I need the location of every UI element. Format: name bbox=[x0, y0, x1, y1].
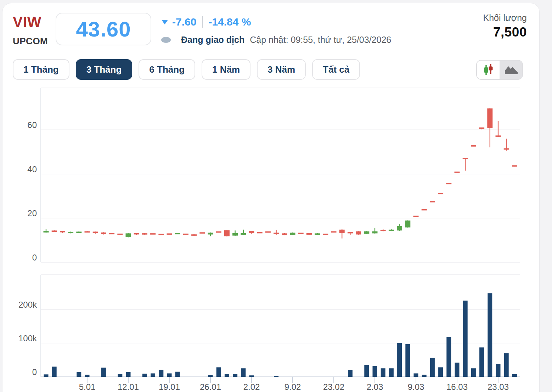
candle bbox=[208, 233, 213, 236]
volume-bar bbox=[225, 374, 229, 377]
volume-bar bbox=[274, 376, 278, 377]
candle bbox=[241, 230, 246, 235]
volume-bar bbox=[348, 370, 353, 377]
candle bbox=[117, 234, 123, 235]
axis-label: 23.03 bbox=[488, 382, 509, 392]
volume-bar bbox=[455, 363, 460, 377]
candle bbox=[60, 231, 65, 233]
axis-label: 16.03 bbox=[446, 382, 468, 392]
candle bbox=[430, 201, 435, 203]
volume-bar bbox=[216, 367, 221, 377]
candle bbox=[175, 233, 180, 235]
volume-bar bbox=[77, 372, 81, 377]
candle bbox=[446, 183, 451, 184]
volume-bar bbox=[479, 347, 484, 377]
axis-label: 5.01 bbox=[79, 382, 96, 392]
candle bbox=[315, 233, 320, 235]
candle bbox=[348, 232, 353, 235]
candle bbox=[298, 233, 304, 234]
volume-bar bbox=[101, 368, 106, 377]
candle bbox=[199, 232, 205, 234]
volume-bar bbox=[142, 374, 147, 377]
axis-label: 9.02 bbox=[285, 382, 301, 392]
candle bbox=[44, 229, 49, 233]
candle bbox=[455, 172, 460, 173]
volume-bar bbox=[364, 365, 369, 377]
volume-bar bbox=[504, 353, 509, 377]
candle bbox=[504, 139, 509, 151]
volume-bar bbox=[405, 344, 410, 377]
volume-bar bbox=[118, 374, 122, 377]
volume-bar bbox=[44, 374, 49, 377]
volume-bar bbox=[151, 373, 155, 377]
axis-label: 2.02 bbox=[243, 382, 260, 392]
axis-label: 23.02 bbox=[323, 382, 344, 392]
candle bbox=[274, 230, 279, 235]
candle bbox=[109, 233, 114, 235]
candle bbox=[356, 231, 361, 235]
axis-label: 100k bbox=[18, 334, 37, 343]
candle bbox=[323, 234, 328, 235]
axis-label: 19.01 bbox=[159, 382, 180, 392]
candle bbox=[93, 231, 98, 234]
candle bbox=[232, 230, 238, 236]
candle bbox=[487, 108, 492, 147]
axis-label: 200k bbox=[18, 300, 37, 309]
volume-bar bbox=[159, 370, 163, 377]
candle bbox=[381, 229, 386, 231]
volume-bar bbox=[208, 375, 213, 377]
candle bbox=[126, 233, 131, 237]
volume-bar bbox=[249, 375, 254, 377]
candle bbox=[339, 229, 345, 239]
candle bbox=[101, 232, 106, 234]
candle bbox=[512, 165, 517, 167]
candle bbox=[134, 233, 139, 235]
candle bbox=[422, 209, 427, 211]
volume-bar bbox=[233, 374, 237, 377]
volume-bar bbox=[167, 373, 172, 377]
volume-bar bbox=[438, 367, 443, 377]
candle bbox=[282, 233, 287, 235]
price-volume-chart[interactable]: 02040600100k200k5.0112.0119.0126.012.029… bbox=[0, 0, 552, 392]
volume-bar bbox=[414, 373, 418, 377]
volume-bar bbox=[471, 368, 476, 377]
candle bbox=[372, 228, 378, 234]
candle bbox=[463, 158, 468, 170]
candle bbox=[306, 233, 312, 235]
candle bbox=[142, 233, 147, 235]
volume-bar bbox=[381, 368, 385, 377]
page-background: VIW UPCOM 43.60 -7.60 -14.84 % Đang giao… bbox=[0, 0, 552, 392]
volume-bar bbox=[389, 368, 394, 377]
candle bbox=[249, 231, 254, 234]
volume-series bbox=[44, 293, 517, 377]
axis-label: 26.01 bbox=[200, 382, 221, 392]
candle bbox=[389, 229, 394, 231]
volume-bar bbox=[175, 372, 180, 377]
axis-label: 0 bbox=[32, 367, 37, 377]
candle bbox=[183, 234, 188, 235]
axis-label: 0 bbox=[32, 253, 37, 262]
axis-label: 12.01 bbox=[118, 382, 139, 392]
axis-label: 40 bbox=[27, 164, 37, 174]
chart-grid bbox=[41, 88, 520, 377]
volume-bar bbox=[126, 372, 131, 377]
candle bbox=[290, 233, 295, 235]
candle bbox=[438, 193, 443, 195]
candle bbox=[76, 231, 81, 233]
candle bbox=[405, 220, 410, 228]
candle bbox=[496, 121, 501, 137]
axis-label: 60 bbox=[27, 120, 37, 130]
candle bbox=[364, 231, 369, 234]
axis-label: 9.03 bbox=[408, 382, 424, 392]
candle bbox=[479, 128, 484, 130]
candle bbox=[224, 230, 230, 236]
volume-bar bbox=[241, 368, 246, 377]
volume-bar bbox=[446, 337, 451, 377]
volume-bar bbox=[85, 375, 90, 377]
candlestick-series bbox=[44, 108, 517, 238]
axis-label: 20 bbox=[27, 208, 37, 218]
volume-bar bbox=[463, 301, 468, 377]
candle bbox=[257, 232, 263, 234]
chart-axes: 02040600100k200k5.0112.0119.0126.012.029… bbox=[18, 120, 509, 392]
candle bbox=[413, 216, 419, 217]
